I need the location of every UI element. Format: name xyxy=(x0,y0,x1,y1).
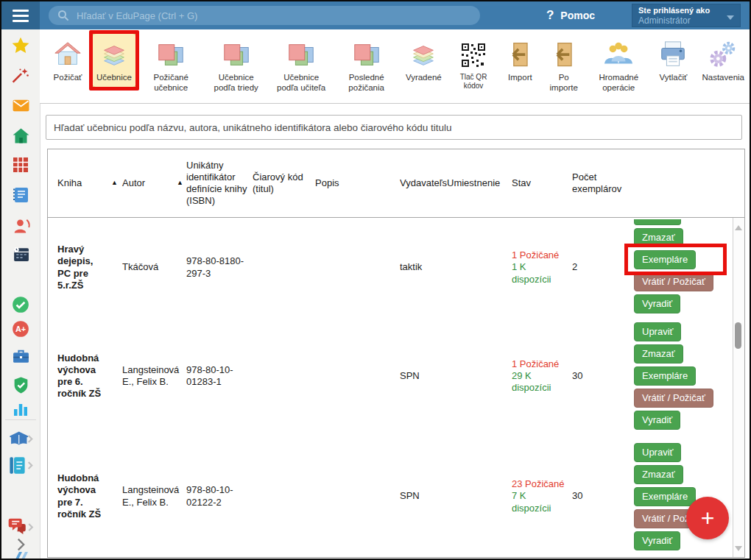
col-isbn[interactable]: Unikátny identifikátor definície knihy (… xyxy=(186,160,253,208)
library-book-icon[interactable] xyxy=(7,429,34,448)
col-stav[interactable]: Stav xyxy=(512,177,572,189)
table-row: Hudobná výchova pre 7. ročník ZŠ Langste… xyxy=(48,435,744,558)
sidebar: A+ xyxy=(1,29,40,559)
scrollbar-thumb[interactable] xyxy=(735,322,741,349)
toolbar-item-tlac-qr-kodov[interactable]: Tlač QR kódov xyxy=(450,33,498,95)
scroll-down-icon[interactable] xyxy=(735,546,742,551)
toolbar-item-vyradene[interactable]: Vyradené xyxy=(401,33,447,88)
cell-pocet: 30 xyxy=(572,490,631,502)
toolbar-item-po-importe[interactable]: Po importe xyxy=(543,33,585,97)
toolbar-label: Tlač QR kódov xyxy=(455,73,493,91)
chat-bubbles-icon[interactable] xyxy=(7,517,34,536)
discard-button[interactable]: Vyradiť xyxy=(634,294,680,313)
user-menu[interactable]: Ste prihlásený ako Administrátor xyxy=(632,4,741,27)
wizard-wand-icon[interactable] xyxy=(11,66,30,85)
copies-button[interactable]: Exempláre xyxy=(634,366,696,386)
chevron-down-icon xyxy=(727,15,734,20)
toolbar-label: Nastavenia xyxy=(702,73,744,83)
toolbar-item-ucebnice[interactable]: Učebnice xyxy=(91,33,137,88)
grades-icon[interactable]: A+ xyxy=(11,319,30,339)
toolbar-item-posledne-pozicania[interactable]: Posledné požičania xyxy=(335,33,397,97)
cell-kniha: Hudobná výchova pre 6. ročník ZŠ xyxy=(57,352,111,400)
cell-isbn: 978-80-10-02122-2 xyxy=(186,484,253,508)
cell-pocet: 30 xyxy=(572,370,631,382)
logged-in-user: Administrátor xyxy=(638,15,734,26)
col-autor[interactable]: Autor xyxy=(122,177,177,189)
cell-autor: Langsteinová E., Felix B. xyxy=(122,364,177,389)
qr-code-icon xyxy=(460,38,487,73)
toolbar-item-vytlacit[interactable]: Vytlačiť xyxy=(652,33,694,88)
cell-kniha: Hravý dejepis, PC pre 5.r.ZŠ xyxy=(57,244,111,291)
toolbar-item-hromadne-operacie[interactable]: Hromadné operácie xyxy=(588,33,649,97)
stats-chart-icon[interactable] xyxy=(11,400,30,419)
cell-stav: 23 Požičané 7 K dispozícii xyxy=(512,478,572,514)
toolbar-item-import[interactable]: Import xyxy=(500,33,540,88)
copies-button[interactable]: Exempláre xyxy=(634,487,696,506)
timetable-grid-icon[interactable] xyxy=(11,155,30,174)
add-button[interactable]: + xyxy=(686,497,729,539)
shield-check-icon[interactable] xyxy=(11,375,30,394)
home-icon[interactable] xyxy=(11,126,30,145)
return-borrow-button[interactable]: Vrátiť / Požičať xyxy=(634,272,713,291)
cell-kniha: Hudobná výchova pre 7. ročník ZŠ xyxy=(57,472,111,520)
col-vydavatelstvo[interactable]: Vydavateľstvo xyxy=(400,177,447,189)
help-button[interactable]: ? Pomoc xyxy=(546,1,595,29)
edit-button[interactable]: Upraviť xyxy=(634,322,681,341)
toolbar-item-pozicane-ucebnice[interactable]: Požičané učebnice xyxy=(140,33,202,97)
toolbar-label: Posledné požičania xyxy=(340,73,392,93)
col-popis[interactable]: Popis xyxy=(315,177,400,189)
cell-vydavatelstvo: taktik xyxy=(400,261,447,273)
calendar-clock-icon[interactable] xyxy=(11,244,30,263)
cell-vydavatelstvo: SPN xyxy=(400,370,447,382)
toolbar-item-ucebnice-podla-ucitela[interactable]: Učebnice podľa učiteľa xyxy=(270,33,332,97)
toolbar-label: Vytlačiť xyxy=(660,73,688,83)
delete-button[interactable]: Zmazať xyxy=(634,228,683,247)
attendance-check-icon[interactable] xyxy=(11,295,30,314)
return-borrow-button[interactable]: Vrátiť / Požičať xyxy=(634,389,713,408)
notebook-icon[interactable] xyxy=(11,185,30,205)
col-pocet-exemplarov[interactable]: Počet exemplárov xyxy=(572,171,631,196)
logged-in-label: Ste prihlásený ako xyxy=(638,6,734,15)
row-actions: Upraviť Zmazať Exempláre Vrátiť / Požiča… xyxy=(631,443,740,550)
sort-asc-icon[interactable]: ▲ xyxy=(177,179,186,187)
table-scrollbar[interactable] xyxy=(733,218,744,557)
table-row: Hravý dejepis, PC pre 5.r.ZŠ Tkáčová 978… xyxy=(48,218,744,317)
cell-stav: 1 Požičané 29 K dispozícii xyxy=(512,358,572,394)
documents-icon[interactable] xyxy=(7,456,34,475)
col-umiestnenie[interactable]: Umiestnenie xyxy=(447,177,512,189)
col-kniha[interactable]: Kniha xyxy=(57,177,111,189)
mail-icon[interactable] xyxy=(11,96,30,115)
plus-icon: + xyxy=(701,505,715,532)
import-door-icon xyxy=(505,38,535,73)
house-icon xyxy=(52,38,83,73)
discard-button[interactable]: Vyradiť xyxy=(634,411,680,430)
module-toolbar: Požičať Učebnice Požičané učebnice Učebn… xyxy=(40,29,750,104)
edit-button-clipped[interactable] xyxy=(634,219,681,225)
toolbar-label: Učebnice podľa triedy xyxy=(210,73,261,93)
global-search[interactable] xyxy=(49,6,480,25)
book-filter-input[interactable] xyxy=(46,115,742,140)
delete-button[interactable]: Zmazať xyxy=(634,465,683,484)
discard-button[interactable]: Vyradiť xyxy=(634,531,680,550)
toolbar-item-nastavenia[interactable]: Nastavenia xyxy=(697,33,750,88)
briefcase-icon[interactable] xyxy=(11,347,30,366)
delete-button[interactable]: Zmazať xyxy=(634,344,683,364)
copies-button[interactable]: Exempláre xyxy=(634,250,696,269)
account-person-icon[interactable] xyxy=(11,216,30,235)
edupage-library-screen: ? Pomoc Ste prihlásený ako Administrátor xyxy=(0,0,751,560)
toolbar-label: Požičať xyxy=(54,73,82,83)
favourites-star-icon[interactable] xyxy=(11,36,30,55)
sort-asc-icon[interactable]: ▲ xyxy=(111,179,122,187)
svg-text:A+: A+ xyxy=(15,325,26,333)
toolbar-item-pozicat[interactable]: Požičať xyxy=(47,33,88,88)
question-mark-icon: ? xyxy=(546,8,554,23)
toolbar-label: Učebnice podľa učiteľa xyxy=(275,73,327,93)
toolbar-item-ucebnice-podla-triedy[interactable]: Učebnice podľa triedy xyxy=(205,33,267,97)
scroll-up-icon[interactable] xyxy=(735,225,742,230)
table-row: Hudobná výchova pre 6. ročník ZŠ Langste… xyxy=(48,317,744,435)
edit-button[interactable]: Upraviť xyxy=(634,443,681,462)
global-search-input[interactable] xyxy=(75,10,471,22)
col-ciarovy-kod[interactable]: Čiarový kód (titul) xyxy=(253,171,315,196)
stacked-books-icon xyxy=(155,38,186,73)
menu-button[interactable] xyxy=(1,1,40,29)
